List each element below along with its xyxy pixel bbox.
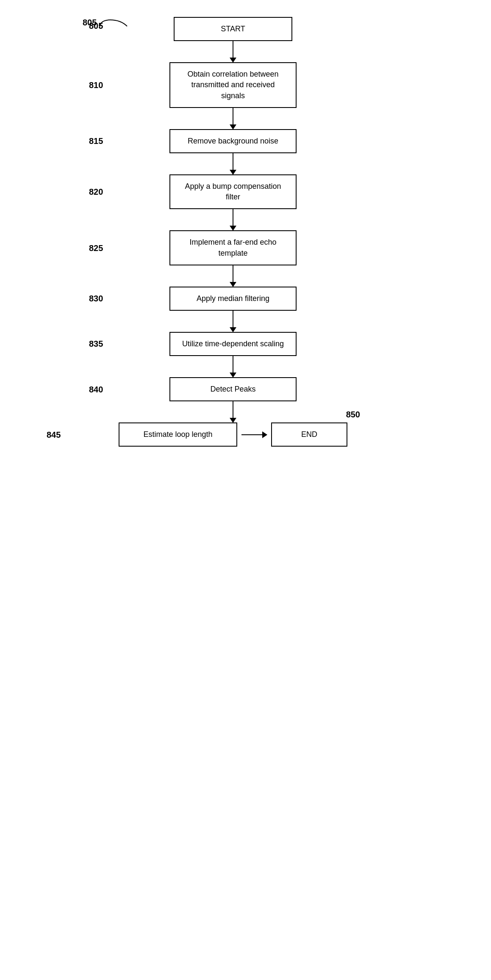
step-810-text: Obtain correlation between transmitted a…: [187, 70, 278, 99]
arrow-2: [233, 108, 233, 129]
arrow-1: [233, 41, 233, 62]
step-840-row: 840 Detect Peaks: [148, 377, 318, 401]
ref-815-label: 815: [89, 136, 103, 146]
step-835-text: Utilize time-dependent scaling: [182, 340, 284, 348]
start-row: START: [148, 17, 318, 41]
step-840-box: Detect Peaks: [169, 377, 297, 401]
step-815-row: 815 Remove background noise: [148, 129, 318, 153]
ref-835-label: 835: [89, 339, 103, 349]
ref-805-curve: [97, 18, 131, 30]
step-810-row: 810 Obtain correlation between transmitt…: [148, 62, 318, 108]
flow-column: 805 START 810 Obtain correlation between…: [148, 17, 318, 447]
ref-845-label: 845: [47, 430, 61, 439]
step-810-box: Obtain correlation between transmitted a…: [169, 62, 297, 108]
arrow-7: [233, 356, 233, 377]
step-820-box: Apply a bump compensation filter: [169, 174, 297, 209]
step-830-box: Apply median filtering: [169, 287, 297, 311]
step-825-box: Implement a far-end echo template: [169, 230, 297, 265]
step-835-box: Utilize time-dependent scaling: [169, 332, 297, 356]
ref-840-label: 840: [89, 384, 103, 394]
step-815-text: Remove background noise: [188, 137, 278, 145]
bottom-row: 845 Estimate loop length 850 END: [106, 422, 360, 447]
arrow-4: [233, 209, 233, 230]
step-830-row: 830 Apply median filtering: [148, 287, 318, 311]
end-box-wrapper: 850 END: [271, 422, 347, 447]
step-825-row: 825 Implement a far-end echo template: [148, 230, 318, 265]
step-835-row: 835 Utilize time-dependent scaling: [148, 332, 318, 356]
end-box: END: [271, 422, 347, 447]
end-label: END: [301, 430, 317, 439]
step-820-row: 820 Apply a bump compensation filter: [148, 174, 318, 209]
flowchart-container: 805 START 810 Obtain correlation between…: [0, 0, 491, 464]
start-label: START: [221, 25, 245, 33]
step-820-text: Apply a bump compensation filter: [185, 182, 281, 201]
step-845-text: Estimate loop length: [143, 430, 212, 439]
ref-820-label: 820: [89, 187, 103, 197]
ref-825-label: 825: [89, 243, 103, 253]
ref-810-label: 810: [89, 80, 103, 90]
start-box: START: [174, 17, 292, 41]
arrow-3: [233, 153, 233, 174]
arrow-6: [233, 311, 233, 332]
ref-850-label: 850: [346, 410, 360, 420]
step-840-text: Detect Peaks: [210, 385, 255, 393]
step-830-text: Apply median filtering: [197, 294, 269, 303]
step-845-box: Estimate loop length: [119, 422, 237, 447]
step-815-box: Remove background noise: [169, 129, 297, 153]
step-825-text: Implement a far-end echo template: [189, 238, 276, 257]
ref-830-label: 830: [89, 294, 103, 304]
horizontal-arrow: [241, 434, 267, 435]
ref-805-top-label: 805: [83, 18, 97, 28]
arrow-8: [233, 401, 233, 422]
arrow-5: [233, 265, 233, 287]
